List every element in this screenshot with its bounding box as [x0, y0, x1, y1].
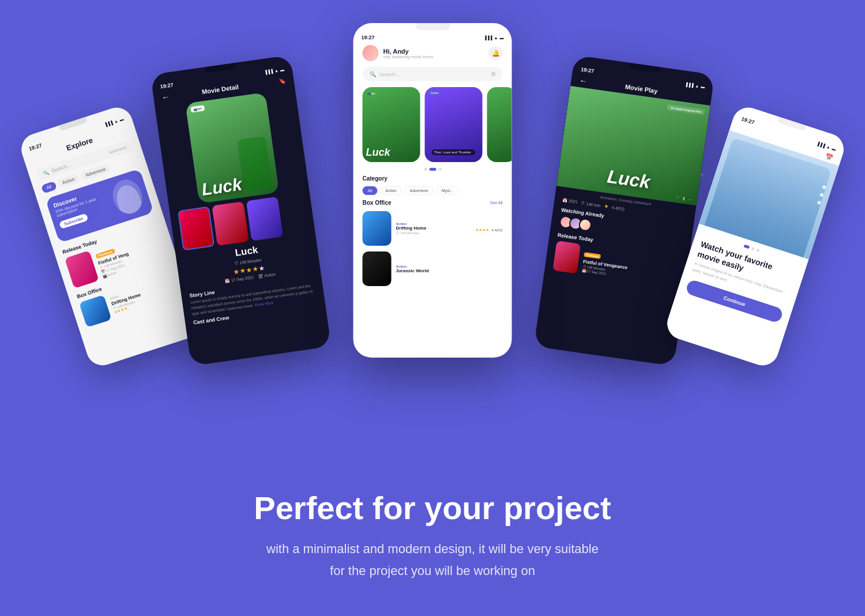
more-icon[interactable]: ⋯ — [687, 197, 693, 202]
back-arrow[interactable]: ← — [161, 92, 170, 102]
greeting-name: Hi, Andy — [383, 48, 489, 55]
list-stars-1: ★★★★ — [475, 228, 489, 232]
cat-tag-all[interactable]: All — [363, 186, 378, 195]
category-row: Category — [353, 173, 512, 184]
notification-bell[interactable]: 🔔 — [489, 46, 503, 60]
list-rating-value-1: 4.4(52) — [491, 228, 502, 232]
list-movie-info-1: Action Drifting Home ⏱ 148 Minutes — [396, 222, 471, 235]
search-icon: 🔍 — [370, 72, 376, 77]
main-poster: 📺 tv+ Luck — [185, 92, 279, 204]
carousel-dots — [353, 166, 512, 173]
share-icon[interactable]: ⬆ — [681, 196, 686, 202]
greeting-text: Hi, Andy only streaming movie lovers — [383, 48, 489, 59]
movie-thumbnail — [65, 250, 99, 288]
greeting-sub: only streaming movie lovers — [383, 55, 489, 59]
cat-tag-action[interactable]: Action — [380, 186, 401, 195]
avatar-3 — [578, 217, 592, 232]
list-movie-info-2: Action Jurassic World — [396, 265, 503, 273]
phone-home: 19:27 ▐▐▐ ▲ ▬ Hi, Andy only streaming mo… — [353, 23, 512, 358]
time: 19:27 — [160, 82, 174, 89]
wifi-icon: ▲ — [695, 84, 699, 88]
featured-card-thor[interactable]: Action Thor: Love and Thunder — [425, 87, 483, 162]
back-arrow-play[interactable]: ← — [579, 76, 588, 86]
notch-light — [415, 23, 450, 30]
small-poster-3[interactable] — [246, 197, 283, 241]
status-icons: ▐▐▐ ▲ ▬ — [264, 67, 284, 74]
signal-icon: ▐▐▐ — [264, 69, 273, 74]
list-movie-jurassic[interactable]: Action Jurassic World — [353, 249, 512, 289]
wifi-icon: ▲ — [114, 118, 119, 123]
calendar-icon[interactable]: 📅 — [824, 153, 834, 163]
battery-icon: ▬ — [500, 36, 504, 40]
featured-movies-row: 📺 tv+ Luck Action Thor: Love and Thunder — [353, 84, 512, 166]
subtitle-2: for the project you will be working on — [0, 560, 865, 581]
fistful-info-dark: Premium Fistful of Vengeance ⏱ 148 Minut… — [581, 247, 629, 278]
status-icons-dark: ▐▐▐ ▲ ▬ — [685, 82, 705, 89]
play-rating: 4.4(52) — [612, 205, 625, 211]
battery-icon: ▬ — [119, 117, 124, 122]
onboard-dot-1 — [743, 245, 750, 249]
list-movie-drifting[interactable]: Action Drifting Home ⏱ 148 Minutes ★★★★ … — [353, 208, 512, 249]
play-poster: An Apple Original Film Luck ♡ ⬆ ⋯ — [556, 86, 710, 205]
signal-icon: ▐▐▐ — [685, 82, 694, 87]
wifi-icon: ▲ — [826, 144, 831, 149]
filter-icon[interactable]: ⚙ — [491, 71, 496, 77]
bookmark-icon[interactable]: 🔖 — [279, 77, 286, 85]
battery-icon: ▬ — [701, 84, 705, 89]
play-stars: ★ — [603, 203, 608, 209]
status-bar-home: 19:27 ▐▐▐ ▲ ▬ — [353, 30, 512, 43]
card-badge: 📺 tv+ — [363, 87, 420, 100]
signal-icon: ▐▐▐ — [816, 141, 825, 148]
tag-action[interactable]: Action — [57, 174, 80, 189]
small-poster-2[interactable] — [212, 201, 249, 246]
phone-home-screen: 19:27 ▐▐▐ ▲ ▬ Hi, Andy only streaming mo… — [353, 23, 512, 358]
box-office-title: Box Office — [363, 200, 392, 206]
time: 19:27 — [581, 66, 595, 74]
apple-badge: An Apple Original Film — [667, 104, 705, 115]
featured-card-luck2[interactable] — [487, 87, 512, 162]
bottom-section: Perfect for your project with a minimali… — [0, 489, 865, 581]
card-title: Luck — [366, 147, 417, 159]
list-meta-1: ⏱ 148 Minutes — [396, 231, 471, 235]
category-title: Category — [363, 175, 388, 182]
greeting-row: Hi, Andy only streaming movie lovers 🔔 — [353, 43, 512, 65]
subtitle-1: with a minimalist and modern design, it … — [0, 538, 865, 559]
signal-icon: ▐▐▐ — [104, 120, 113, 126]
poster-icons: ♡ ⬆ ⋯ — [675, 195, 693, 202]
list-movie-thumb-1 — [363, 211, 392, 246]
cat-tag-mystery[interactable]: Myst... — [437, 186, 459, 195]
dot-2-active — [429, 168, 436, 171]
user-avatar — [363, 45, 379, 61]
boxoffice-row: Box Office See All — [353, 197, 512, 208]
thor-title: Thor: Love and Thunder — [432, 149, 476, 155]
main-heading: Perfect for your project — [0, 489, 865, 527]
filter-text: Adventure — [108, 145, 127, 155]
phones-section: 19:27 ▐▐▐ ▲ ▬ Explore 🔍 Search... Advent… — [0, 17, 865, 386]
small-poster-1[interactable] — [178, 206, 215, 251]
signal-icon: ▐▐▐ — [484, 36, 492, 40]
list-movie-thumb-2 — [363, 251, 392, 286]
battery-icon: ▬ — [832, 146, 837, 151]
wifi-icon: ▲ — [274, 68, 279, 73]
person-silhouette — [113, 182, 145, 217]
search-placeholder: Search... — [379, 72, 487, 77]
movie-thumbnail-2 — [79, 295, 112, 328]
action-badge: Action — [428, 91, 441, 95]
card-info: Luck — [366, 147, 417, 159]
time: 19:27 — [362, 35, 375, 40]
cat-tag-adventure[interactable]: Adventure — [405, 186, 434, 195]
dot-3 — [438, 168, 441, 171]
search-icon: 🔍 — [42, 170, 49, 176]
featured-card-luck[interactable]: 📺 tv+ Luck — [363, 87, 420, 162]
list-rating-1: ★★★★ 4.4(52) — [475, 223, 502, 234]
fistful-thumb — [552, 241, 581, 273]
search-bar[interactable]: 🔍 Search... ⚙ — [363, 67, 503, 81]
onboard-dot-2 — [751, 247, 755, 250]
premium-badge-dark: Premium — [584, 252, 601, 259]
like-icon[interactable]: ♡ — [675, 195, 679, 201]
search-placeholder: Search... — [50, 162, 72, 174]
see-all-link[interactable]: See All — [490, 201, 503, 205]
list-title-1: Drifting Home — [396, 226, 471, 231]
battery-icon: ▬ — [280, 67, 284, 72]
tag-all[interactable]: All — [41, 181, 57, 194]
